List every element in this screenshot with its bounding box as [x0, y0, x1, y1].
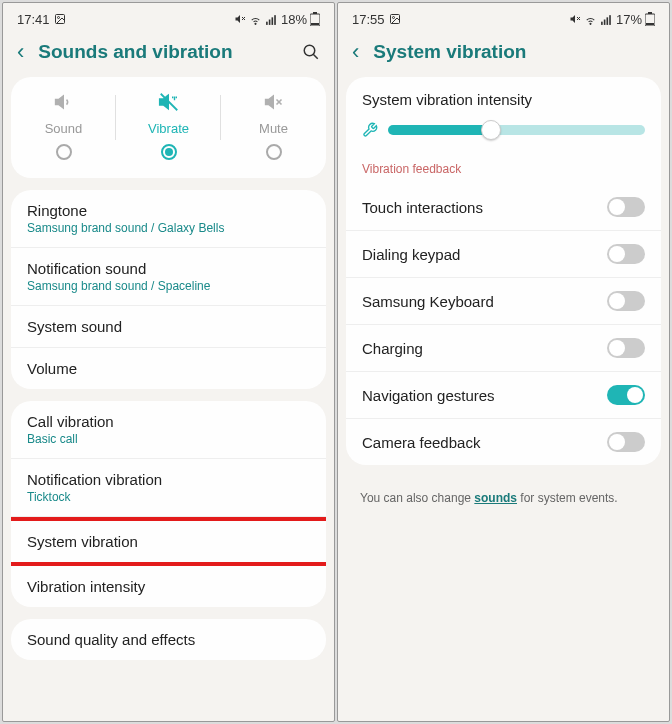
radio-mute[interactable]: [266, 144, 282, 160]
charging-row[interactable]: Charging: [346, 325, 661, 372]
volume-title: Volume: [27, 360, 310, 377]
svg-point-1: [57, 17, 59, 19]
radio-sound[interactable]: [56, 144, 72, 160]
vibration-intensity-title: Vibration intensity: [27, 578, 310, 595]
svg-rect-22: [601, 21, 603, 24]
wifi-icon: [249, 13, 262, 26]
footer-note: You can also change sounds for system ev…: [346, 477, 661, 519]
svg-rect-5: [266, 21, 268, 24]
sound-quality-row[interactable]: Sound quality and effects: [11, 619, 326, 660]
svg-point-12: [304, 45, 315, 56]
camera-feedback-toggle[interactable]: [607, 432, 645, 452]
notification-vibration-sub: Ticktock: [27, 490, 310, 504]
page-title: Sounds and vibration: [38, 41, 288, 63]
search-icon[interactable]: [302, 43, 320, 61]
intensity-slider[interactable]: [388, 125, 645, 135]
sound-quality-title: Sound quality and effects: [27, 631, 310, 648]
status-time: 17:41: [17, 12, 50, 27]
samsung-keyboard-toggle[interactable]: [607, 291, 645, 311]
back-icon[interactable]: ‹: [352, 41, 359, 63]
dialing-keypad-row[interactable]: Dialing keypad: [346, 231, 661, 278]
svg-rect-28: [646, 23, 654, 25]
picture-icon: [54, 13, 66, 25]
battery-icon: [645, 12, 655, 26]
ringtone-row[interactable]: Ringtone Samsung brand sound / Galaxy Be…: [11, 190, 326, 248]
back-icon[interactable]: ‹: [17, 41, 24, 63]
notification-vibration-row[interactable]: Notification vibration Ticktock: [11, 459, 326, 517]
mode-sound-label: Sound: [45, 121, 83, 136]
intensity-title: System vibration intensity: [362, 91, 645, 108]
mode-vibrate[interactable]: Vibrate: [116, 87, 221, 164]
call-vibration-sub: Basic call: [27, 432, 310, 446]
mode-vibrate-label: Vibrate: [148, 121, 189, 136]
battery-text: 18%: [281, 12, 307, 27]
svg-point-18: [392, 17, 394, 19]
svg-rect-8: [274, 15, 276, 25]
sound-settings-card: Ringtone Samsung brand sound / Galaxy Be…: [11, 190, 326, 389]
svg-rect-24: [606, 17, 608, 25]
notification-vibration-title: Notification vibration: [27, 471, 310, 488]
signal-icon: [600, 13, 613, 26]
slider-thumb[interactable]: [481, 120, 501, 140]
mute-icon: [234, 13, 246, 25]
mode-mute[interactable]: Mute: [221, 87, 326, 164]
footer-pre: You can also change: [360, 491, 474, 505]
status-bar: 17:55 17%: [338, 3, 669, 31]
mode-mute-label: Mute: [259, 121, 288, 136]
battery-icon: [310, 12, 320, 26]
wifi-icon: [584, 13, 597, 26]
footer-post: for system events.: [517, 491, 618, 505]
signal-icon: [265, 13, 278, 26]
svg-point-21: [590, 23, 591, 24]
call-vibration-row[interactable]: Call vibration Basic call: [11, 401, 326, 459]
system-sound-title: System sound: [27, 318, 310, 335]
touch-interactions-row[interactable]: Touch interactions: [346, 184, 661, 231]
touch-interactions-toggle[interactable]: [607, 197, 645, 217]
vibration-intensity-row[interactable]: Vibration intensity: [11, 566, 326, 607]
system-vibration-row[interactable]: System vibration: [11, 521, 326, 562]
camera-feedback-row[interactable]: Camera feedback: [346, 419, 661, 465]
charging-toggle[interactable]: [607, 338, 645, 358]
navigation-gestures-title: Navigation gestures: [362, 387, 607, 404]
left-screenshot: 17:41 18%: [2, 2, 335, 722]
samsung-keyboard-row[interactable]: Samsung Keyboard: [346, 278, 661, 325]
notification-sound-sub: Samsung brand sound / Spaceline: [27, 279, 310, 293]
charging-title: Charging: [362, 340, 607, 357]
battery-text: 17%: [616, 12, 642, 27]
system-vibration-title: System vibration: [27, 533, 310, 550]
notification-sound-title: Notification sound: [27, 260, 310, 277]
feedback-section-label: Vibration feedback: [346, 158, 661, 184]
ringtone-sub: Samsung brand sound / Galaxy Bells: [27, 221, 310, 235]
vibration-settings-card: Call vibration Basic call Notification v…: [11, 401, 326, 607]
dialing-keypad-toggle[interactable]: [607, 244, 645, 264]
intensity-card: System vibration intensity Vibration fee…: [346, 77, 661, 465]
navigation-gestures-toggle[interactable]: [607, 385, 645, 405]
header: ‹ Sounds and vibration: [3, 31, 334, 77]
system-sound-row[interactable]: System sound: [11, 306, 326, 348]
radio-vibrate[interactable]: [161, 144, 177, 160]
svg-rect-10: [313, 12, 317, 14]
mode-selector-card: Sound Vibrate Mute: [11, 77, 326, 178]
navigation-gestures-row[interactable]: Navigation gestures: [346, 372, 661, 419]
camera-feedback-title: Camera feedback: [362, 434, 607, 451]
effects-card: Sound quality and effects: [11, 619, 326, 660]
wrench-icon: [362, 122, 378, 138]
svg-rect-6: [269, 19, 271, 24]
svg-point-4: [255, 23, 256, 24]
vibrate-icon: [158, 91, 180, 113]
svg-line-13: [313, 54, 318, 59]
notification-sound-row[interactable]: Notification sound Samsung brand sound /…: [11, 248, 326, 306]
svg-rect-11: [311, 23, 319, 25]
sounds-link[interactable]: sounds: [474, 491, 517, 505]
svg-rect-7: [271, 17, 273, 25]
mode-sound[interactable]: Sound: [11, 87, 116, 164]
volume-row[interactable]: Volume: [11, 348, 326, 389]
svg-rect-23: [604, 19, 606, 24]
mute-icon: [569, 13, 581, 25]
picture-icon: [389, 13, 401, 25]
dialing-keypad-title: Dialing keypad: [362, 246, 607, 263]
samsung-keyboard-title: Samsung Keyboard: [362, 293, 607, 310]
svg-rect-25: [609, 15, 611, 25]
touch-interactions-title: Touch interactions: [362, 199, 607, 216]
page-title: System vibration: [373, 41, 655, 63]
